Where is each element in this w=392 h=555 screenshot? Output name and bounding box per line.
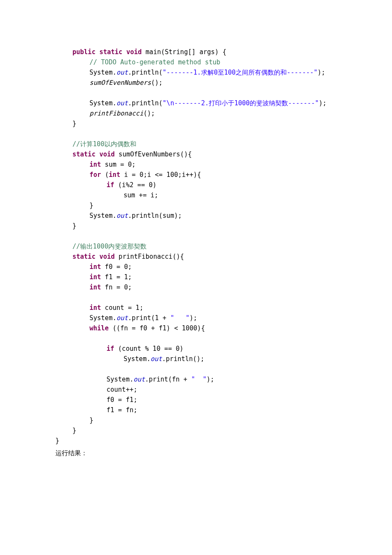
code-text: ();	[143, 110, 155, 117]
code-line: if (count % 10 == 0)	[55, 344, 337, 354]
code-line: if (i%2 == 0)	[55, 180, 337, 190]
code-text: }	[72, 120, 76, 127]
static-field: out	[116, 314, 128, 322]
code-line: System.out.print(fn + " ");	[55, 374, 337, 384]
keyword-int: int	[89, 304, 101, 312]
code-text: System.	[89, 314, 116, 322]
blank-line	[55, 292, 337, 303]
code-text: f1 = fn;	[107, 406, 137, 414]
code-line: f0 = f1;	[55, 395, 337, 405]
string-literal: " "	[191, 376, 207, 383]
code-text: (	[105, 171, 109, 179]
code-text: .println(sum);	[128, 212, 182, 220]
static-field: out	[133, 376, 145, 383]
code-line: static void printFibonacci(){	[55, 251, 337, 262]
code-line: count++;	[55, 384, 337, 395]
code-text: count = 1;	[101, 304, 143, 312]
code-text: .print(1 +	[128, 314, 170, 322]
code-line: sumOfEvenNumbers();	[55, 78, 337, 88]
code-line: }	[55, 436, 337, 446]
code-text: );	[319, 99, 326, 107]
code-line: int count = 1;	[55, 303, 337, 313]
code-line: System.out.println();	[55, 354, 337, 364]
code-text: .println(	[128, 99, 162, 107]
keyword-int: int	[89, 161, 101, 168]
static-field: out	[116, 99, 128, 107]
static-field: out	[116, 212, 128, 220]
code-text: }	[89, 202, 93, 209]
keyword-int: int	[89, 283, 101, 291]
code-text: System.	[107, 376, 133, 383]
keyword-int: int	[89, 263, 101, 271]
code-text: );	[207, 376, 214, 383]
code-text: i = 0;i <= 100;i++){	[120, 171, 201, 179]
keyword-while: while	[89, 324, 112, 332]
code-line: while ((fn = f0 + f1) < 1000){	[55, 323, 337, 333]
code-line: for (int i = 0;i <= 100;i++){	[55, 170, 337, 180]
keyword-int: int	[89, 273, 101, 281]
code-text: count++;	[107, 386, 137, 393]
code-line: }	[55, 425, 337, 436]
document-page: public static void main(String[] args) {…	[0, 0, 392, 484]
code-text: .println();	[162, 355, 204, 363]
keyword-public: public	[72, 48, 99, 56]
blank-line	[55, 129, 337, 139]
code-text: );	[190, 314, 197, 322]
code-line: // TODO Auto-generated method stub	[55, 57, 337, 67]
code-line: f1 = fn;	[55, 405, 337, 415]
code-text: ((fn = f0 + f1) < 1000){	[112, 324, 205, 332]
code-text: sum += i;	[124, 191, 158, 199]
code-text: f0 = 0;	[101, 263, 132, 271]
code-line: System.out.println(sum);	[55, 211, 337, 221]
code-line: System.out.print(1 + " ");	[55, 313, 337, 323]
code-text: }	[72, 427, 76, 434]
code-text: .println(	[128, 69, 162, 76]
code-text: printFibonacci(){	[115, 253, 184, 260]
keyword-if: if	[107, 345, 118, 353]
keyword-if: if	[107, 181, 118, 189]
static-field: out	[150, 355, 162, 363]
blank-line	[55, 333, 337, 344]
code-text: f1 = 1;	[101, 273, 132, 281]
code-text: sumOfEvenNumbers(){	[115, 150, 192, 158]
code-text: System.	[89, 99, 116, 107]
string-literal: "\n-------2.打印小于1000的斐波纳契数-------"	[163, 99, 319, 107]
blank-line	[55, 88, 337, 98]
string-literal: "-------1.求解0至100之间所有偶数的和-------"	[163, 69, 318, 76]
blank-line	[55, 364, 337, 374]
keyword-static: static	[99, 48, 126, 56]
comment: //输出1000内斐波那契数	[72, 243, 147, 250]
code-line: System.out.println("\n-------2.打印小于1000的…	[55, 98, 337, 108]
code-text: main(String[] args) {	[142, 48, 227, 56]
code-line: }	[55, 415, 337, 425]
keyword-void: void	[126, 48, 141, 56]
code-text: .print(fn +	[145, 376, 191, 383]
code-line: printFibonacci();	[55, 108, 337, 119]
code-text: }	[55, 437, 59, 445]
code-text: sum = 0;	[101, 161, 135, 168]
keyword-for: for	[89, 171, 105, 179]
code-text: f0 = f1;	[107, 396, 137, 404]
code-line: }	[55, 200, 337, 211]
code-line: int sum = 0;	[55, 159, 337, 170]
code-text: System.	[89, 69, 116, 76]
code-text: }	[72, 222, 76, 230]
code-line: public static void main(String[] args) {	[55, 47, 337, 57]
keyword-int: int	[109, 171, 120, 179]
code-text: );	[317, 69, 325, 76]
code-line: int f1 = 1;	[55, 272, 337, 282]
code-text: (count % 10 == 0)	[118, 345, 184, 353]
code-line: //输出1000内斐波那契数	[55, 241, 337, 251]
code-line: int f0 = 0;	[55, 262, 337, 272]
static-call: printFibonacci	[89, 110, 143, 117]
code-line: }	[55, 221, 337, 231]
code-text: fn = 0;	[101, 283, 132, 291]
code-line: System.out.println("-------1.求解0至100之间所有…	[55, 67, 337, 78]
static-field: out	[116, 69, 128, 76]
code-text: System.	[124, 355, 150, 363]
string-literal: " "	[170, 314, 190, 322]
code-line: int fn = 0;	[55, 282, 337, 292]
code-text: }	[89, 416, 93, 424]
code-text: (i%2 == 0)	[118, 181, 156, 189]
comment: //计算100以内偶数和	[72, 140, 136, 148]
